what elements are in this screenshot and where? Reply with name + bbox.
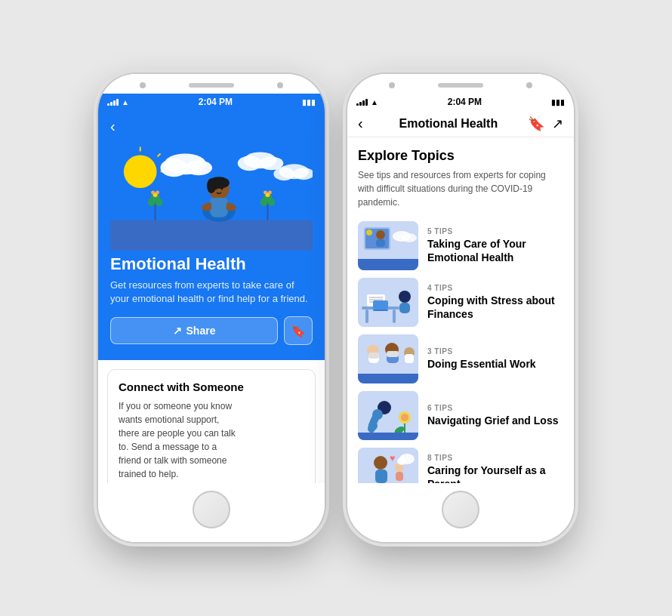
topic-tips-1: 5 TIPS (427, 227, 563, 236)
battery-icon: ▮▮▮ (302, 98, 316, 106)
screen2-content: Explore Topics See tips and resources fr… (347, 137, 574, 483)
svg-point-61 (399, 291, 411, 303)
connect-decoration (247, 458, 315, 483)
svg-point-16 (156, 199, 163, 206)
phone-top-hardware-2 (347, 74, 574, 94)
svg-point-35 (214, 188, 217, 190)
topic-name-5: Caring for Yourself as a Parent (427, 464, 563, 483)
topic-item-5[interactable]: ♥ 8 TIPS Caring for Yourself as a Parent (358, 448, 563, 483)
svg-point-22 (260, 199, 268, 206)
svg-rect-52 (358, 259, 418, 270)
bookmark-nav-icon[interactable]: 🔖 (528, 116, 544, 132)
topic-name-4: Navigating Grief and Loss (427, 414, 563, 427)
connect-text: If you or someone you know wants emotion… (119, 399, 239, 481)
hero-illustration (110, 141, 313, 254)
svg-rect-63 (373, 300, 388, 310)
svg-text:♥: ♥ (390, 453, 395, 464)
svg-rect-62 (399, 303, 410, 313)
topic-thumb-4 (358, 391, 418, 440)
svg-rect-73 (405, 354, 414, 363)
screen2-desc: See tips and resources from experts for … (358, 168, 563, 209)
svg-rect-68 (368, 353, 379, 359)
svg-point-23 (267, 199, 275, 206)
front-camera-right (277, 82, 283, 88)
hero-section: ‹ (98, 110, 325, 360)
connect-title: Connect with Someone (119, 380, 304, 393)
home-button-1[interactable] (193, 491, 230, 528)
signal-icon-2 (356, 99, 368, 106)
svg-point-51 (402, 233, 417, 242)
share-button[interactable]: ↗ Share (110, 317, 278, 344)
svg-rect-12 (110, 220, 313, 251)
bookmark-icon: 🔖 (291, 324, 306, 338)
back-button-1[interactable]: ‹ (110, 118, 116, 135)
topic-tips-5: 8 TIPS (427, 454, 563, 462)
topic-thumb-5: ♥ (358, 448, 418, 483)
share-row: ↗ Share 🔖 (110, 316, 313, 345)
status-left-2: ▲ (356, 98, 378, 106)
svg-point-91 (397, 457, 406, 465)
topic-tips-4: 6 TIPS (427, 404, 563, 412)
svg-point-78 (368, 421, 378, 430)
svg-point-31 (207, 178, 216, 193)
connect-card: Connect with Someone If you or someone y… (107, 369, 316, 483)
topic-thumb-2 (358, 278, 418, 327)
status-right-2: ▮▮▮ (551, 98, 565, 106)
phone-top-hardware (98, 74, 325, 94)
screen2-nav: ‹ Emotional Health 🔖 ↗ (347, 110, 574, 137)
status-bar-2: ▲ 2:04 PM ▮▮▮ (347, 94, 574, 110)
svg-point-25 (264, 191, 267, 195)
wifi-icon: ▲ (122, 98, 129, 106)
status-left: ▲ (107, 98, 129, 106)
phone-1-screen: ▲ 2:04 PM ▮▮▮ ‹ (98, 94, 325, 483)
svg-point-19 (156, 191, 159, 195)
svg-point-5 (185, 160, 212, 175)
topic-info-3: 3 TIPS Doing Essential Work (427, 347, 563, 371)
wifi-icon-2: ▲ (371, 98, 378, 106)
topic-info-1: 5 TIPS Taking Care of Your Emotional Hea… (427, 227, 563, 264)
topic-info-5: 8 TIPS Caring for Yourself as a Parent (427, 454, 563, 483)
svg-point-10 (273, 167, 294, 180)
svg-point-77 (372, 409, 383, 420)
svg-rect-86 (375, 470, 387, 483)
topic-name-2: Coping with Stress about Finances (427, 294, 563, 321)
battery-icon-2: ▮▮▮ (551, 98, 565, 106)
topic-info-4: 6 TIPS Navigating Grief and Loss (427, 404, 563, 427)
svg-line-1 (158, 153, 161, 156)
back-button-2[interactable]: ‹ (358, 115, 363, 132)
phone-2-screen: ▲ 2:04 PM ▮▮▮ ‹ Emotional Health 🔖 ↗ Exp… (347, 94, 574, 483)
save-button[interactable]: 🔖 (284, 316, 313, 345)
topic-info-2: 4 TIPS Coping with Stress about Finances (427, 284, 563, 321)
status-right: ▮▮▮ (302, 98, 316, 106)
svg-rect-48 (376, 239, 385, 247)
phone-2: ▲ 2:04 PM ▮▮▮ ‹ Emotional Health 🔖 ↗ Exp… (347, 74, 574, 542)
clock-1: 2:04 PM (199, 97, 233, 107)
hero-title: Emotional Health (110, 254, 313, 274)
topic-item-3[interactable]: 3 TIPS Doing Essential Work (358, 334, 563, 383)
svg-point-85 (374, 456, 387, 470)
svg-point-18 (151, 191, 155, 195)
svg-rect-83 (358, 433, 418, 440)
svg-rect-64 (373, 310, 388, 311)
share-nav-icon[interactable]: ↗ (552, 116, 563, 132)
topic-thumb-3 (358, 334, 418, 383)
phone-1: ▲ 2:04 PM ▮▮▮ ‹ (98, 74, 325, 542)
topic-item-2[interactable]: 4 TIPS Coping with Stress about Finances (358, 278, 563, 327)
topic-item-1[interactable]: 5 TIPS Taking Care of Your Emotional Hea… (358, 221, 563, 270)
svg-point-36 (220, 188, 223, 190)
nav-icons: 🔖 ↗ (528, 116, 563, 132)
topic-thumb-1 (358, 221, 418, 270)
share-icon: ↗ (173, 325, 182, 337)
home-button-2[interactable] (442, 491, 479, 528)
svg-rect-84 (358, 448, 418, 483)
phone-speaker-2 (438, 83, 483, 88)
phone-speaker (189, 83, 234, 88)
status-bar-1: ▲ 2:04 PM ▮▮▮ (98, 94, 325, 110)
topic-item-4[interactable]: 6 TIPS Navigating Grief and Loss (358, 391, 563, 440)
signal-icon (107, 99, 119, 106)
front-camera-left-2 (389, 82, 395, 88)
svg-rect-56 (393, 310, 396, 323)
sun-illustration (124, 155, 157, 188)
svg-point-47 (376, 230, 385, 239)
phone-2-bottom (347, 483, 574, 542)
